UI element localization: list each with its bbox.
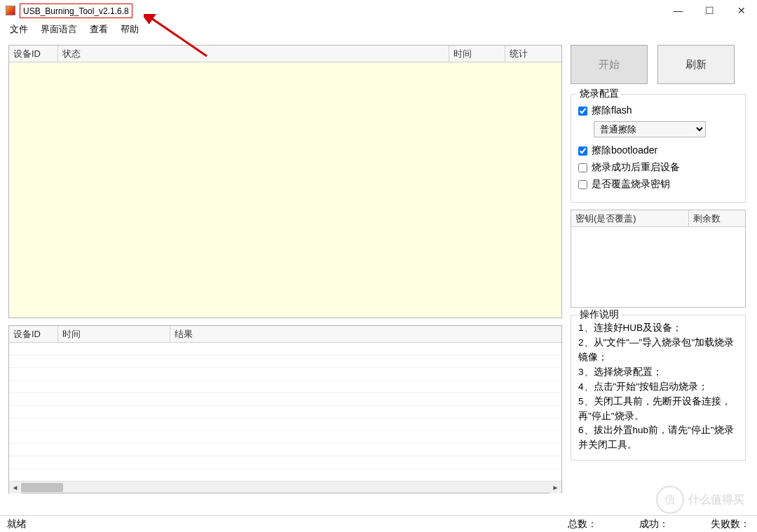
minimize-button[interactable]: — <box>662 0 694 21</box>
statusbar: 就绪 总数： 成功： 失败数： <box>0 515 757 532</box>
col-stats[interactable]: 统计 <box>505 46 561 62</box>
window-title: USB_Burning_Tool_v2.1.6.8 <box>23 6 129 16</box>
col-log-result[interactable]: 结果 <box>170 326 561 342</box>
erase-flash-label: 擦除flash <box>592 104 632 117</box>
reboot-after-checkbox[interactable] <box>578 163 587 172</box>
instruction-item: 3、选择烧录配置； <box>578 365 738 380</box>
log-horizontal-scrollbar[interactable]: ◄ ► <box>9 481 561 493</box>
col-status[interactable]: 状态 <box>58 46 449 62</box>
instructions-list: 1、连接好HUB及设备； 2、从"文件"—"导入烧录包"加载烧录镜像； 3、选择… <box>578 321 738 453</box>
menu-language[interactable]: 界面语言 <box>35 22 83 37</box>
instruction-item: 1、连接好HUB及设备； <box>578 321 738 336</box>
scroll-thumb[interactable] <box>21 483 63 492</box>
menu-view[interactable]: 查看 <box>84 22 114 37</box>
instruction-item: 5、关闭工具前，先断开设备连接，再"停止"烧录。 <box>578 395 738 424</box>
status-ready: 就绪 <box>7 518 27 531</box>
device-list-header: 设备ID 状态 时间 统计 <box>9 46 561 62</box>
refresh-button[interactable]: 刷新 <box>657 45 735 84</box>
left-column: 设备ID 状态 时间 统计 设备ID 时间 结果 ◄ <box>8 45 562 493</box>
erase-flash-row: 擦除flash <box>578 104 738 117</box>
reboot-after-row: 烧录成功后重启设备 <box>578 161 738 174</box>
erase-mode-select[interactable]: 普通擦除 <box>594 121 706 137</box>
overwrite-key-checkbox[interactable] <box>578 180 587 189</box>
erase-bootloader-row: 擦除bootloader <box>578 144 738 157</box>
key-table-header: 密钥(是否覆盖) 剩余数 <box>571 210 745 227</box>
status-total: 总数： <box>568 518 597 531</box>
instructions-title: 操作说明 <box>577 308 622 321</box>
maximize-button[interactable]: ☐ <box>694 0 725 21</box>
overwrite-key-row: 是否覆盖烧录密钥 <box>578 178 738 191</box>
content-area: 设备ID 状态 时间 统计 设备ID 时间 结果 ◄ <box>0 38 757 493</box>
menu-help[interactable]: 帮助 <box>115 22 144 37</box>
app-icon <box>6 6 15 15</box>
col-key[interactable]: 密钥(是否覆盖) <box>571 210 689 226</box>
col-log-time[interactable]: 时间 <box>58 326 170 342</box>
instruction-item: 4、点击"开始"按钮启动烧录； <box>578 380 738 395</box>
menubar: 文件 界面语言 查看 帮助 <box>0 21 757 38</box>
log-table-header: 设备ID 时间 结果 <box>9 326 561 343</box>
burn-config-title: 烧录配置 <box>577 88 622 100</box>
device-list-table[interactable]: 设备ID 状态 时间 统计 <box>8 45 562 318</box>
scroll-right-icon[interactable]: ► <box>550 482 561 493</box>
status-success: 成功： <box>639 518 669 531</box>
start-button[interactable]: 开始 <box>571 45 648 84</box>
instruction-item: 2、从"文件"—"导入烧录包"加载烧录镜像； <box>578 336 738 365</box>
close-button[interactable]: ✕ <box>725 0 757 21</box>
col-device-id[interactable]: 设备ID <box>9 46 58 62</box>
log-table-body <box>9 343 561 481</box>
erase-mode-wrap: 普通擦除 <box>594 121 738 137</box>
erase-bootloader-label: 擦除bootloader <box>592 144 657 157</box>
col-time[interactable]: 时间 <box>449 46 505 62</box>
col-remain[interactable]: 剩余数 <box>689 210 745 226</box>
key-table-body <box>571 227 745 307</box>
burn-config-group: 烧录配置 擦除flash 普通擦除 擦除bootloader 烧录成功后重启设备 <box>571 94 746 203</box>
menu-file[interactable]: 文件 <box>4 22 34 37</box>
col-log-device-id[interactable]: 设备ID <box>9 326 58 342</box>
status-fail: 失败数： <box>711 518 750 531</box>
window-controls: — ☐ ✕ <box>662 0 757 21</box>
scroll-track[interactable] <box>21 482 550 493</box>
log-table[interactable]: 设备ID 时间 结果 ◄ ► <box>8 325 562 493</box>
titlebar: USB_Burning_Tool_v2.1.6.8 — ☐ ✕ <box>0 0 757 21</box>
scroll-left-icon[interactable]: ◄ <box>9 482 21 493</box>
action-buttons: 开始 刷新 <box>571 45 746 84</box>
reboot-after-label: 烧录成功后重启设备 <box>592 161 680 174</box>
right-column: 开始 刷新 烧录配置 擦除flash 普通擦除 擦除bootloader 烧录成… <box>571 45 746 493</box>
erase-flash-checkbox[interactable] <box>578 107 587 116</box>
overwrite-key-label: 是否覆盖烧录密钥 <box>592 178 670 191</box>
watermark-text: 什么值得买 <box>688 493 744 507</box>
device-list-body <box>9 62 561 318</box>
key-table[interactable]: 密钥(是否覆盖) 剩余数 <box>571 210 746 308</box>
instruction-item: 6、拔出外置hub前，请先"停止"烧录并关闭工具。 <box>578 423 738 453</box>
instructions-group: 操作说明 1、连接好HUB及设备； 2、从"文件"—"导入烧录包"加载烧录镜像；… <box>571 315 746 461</box>
title-highlight-box: USB_Burning_Tool_v2.1.6.8 <box>20 4 132 18</box>
erase-bootloader-checkbox[interactable] <box>578 146 587 156</box>
